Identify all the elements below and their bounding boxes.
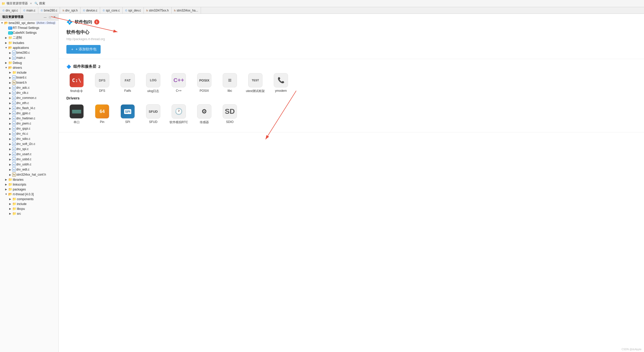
- tree-label-30: stm32l4xx_hal_conf.h: [16, 173, 46, 176]
- grid-item-finsh--[interactable]: C:\finsh命令: [66, 73, 87, 93]
- drivers-title-text: Drivers: [66, 96, 80, 100]
- tab-stm32l475xx-h[interactable]: hstm32l475xx.h: [144, 7, 172, 14]
- project-explorer-btn[interactable]: 📁 项目资源管理器 ✕: [2, 1, 32, 6]
- grid-item-C--[interactable]: C++C++: [169, 73, 189, 93]
- tree-label-20: drv_pwm.c: [16, 122, 31, 125]
- tree-icon-15: c: [12, 96, 16, 100]
- tree-item-src[interactable]: ▶📁src: [0, 211, 58, 216]
- tree-item-stm32l4xx-hal-conf-h[interactable]: ▶hstm32l4xx_hal_conf.h: [0, 172, 58, 177]
- grid-item-SFUD[interactable]: SFUDSFUD: [143, 104, 163, 124]
- search-btn[interactable]: 🔍 搜索: [34, 1, 45, 6]
- grid-item-Fatfs[interactable]: FATFatfs: [117, 73, 138, 93]
- tab-main-c[interactable]: ©main.c: [21, 7, 38, 14]
- grid-item-utest----[interactable]: TESTutest测试框架: [245, 73, 266, 93]
- tree-icon-7: c: [12, 56, 16, 60]
- tree-item-drv-pwm-c[interactable]: ▶cdrv_pwm.c: [0, 121, 58, 126]
- tree-item-board-c[interactable]: ▶cboard.c: [0, 75, 58, 80]
- minimize-btn[interactable]: —: [43, 15, 47, 19]
- grid-item-ymodem[interactable]: 📞ymodem: [271, 73, 291, 93]
- tree-item-packages[interactable]: ▶📁packages: [0, 187, 58, 192]
- tree-item-drv-flash-l4-c[interactable]: ▶cdrv_flash_l4.c: [0, 106, 58, 111]
- tree-item-drv-qspi-c[interactable]: ▶cdrv_qspi.c: [0, 126, 58, 131]
- tree-icon-18: c: [12, 111, 16, 115]
- tree-item-libraries[interactable]: ▶📁libraries: [0, 177, 58, 182]
- tree-item-drv-rtc-c[interactable]: ▶cdrv_rtc.c: [0, 131, 58, 136]
- add-pkg-button[interactable]: ＋ + 添加软件包: [66, 45, 101, 54]
- tree-item----[interactable]: ▶📁二进制: [0, 35, 58, 40]
- tree-arrow-25: ▶: [8, 148, 12, 151]
- tree-item-Includes[interactable]: ▶📁Includes: [0, 40, 58, 45]
- tab-device-c[interactable]: ©device.c: [80, 7, 100, 14]
- tree-item-drv-sdio-c[interactable]: ▶cdrv_sdio.c: [0, 136, 58, 141]
- tree-arrow-38: ▶: [8, 212, 12, 215]
- tree-arrow-5: ▼: [4, 46, 8, 49]
- grid-item-----RTC[interactable]: 🕐软件模拟RTC: [169, 104, 189, 124]
- tree-item-include[interactable]: ▶📁include: [0, 70, 58, 75]
- tree-item-bme280-c[interactable]: ▶cbme280.c: [0, 50, 58, 55]
- tab-stm32l4xx-ha---[interactable]: hstm32l4xx_ha...: [172, 7, 201, 14]
- grid-item-SPI[interactable]: SPISPI: [117, 104, 138, 124]
- tab-drv-spi-c[interactable]: ©drv_spi.c: [0, 7, 21, 14]
- tree-item-drv-usbd-c[interactable]: ▶cdrv_usbd.c: [0, 157, 58, 162]
- tree-item-drv-gpio-c[interactable]: ▶cdrv_gpio.c: [0, 111, 58, 116]
- components-title-text: 组件和服务层: [73, 64, 96, 69]
- tree-item-linkscripts[interactable]: ▶📁linkscripts: [0, 182, 58, 187]
- tree-label-35: components: [17, 197, 33, 201]
- grid-item----[interactable]: ⚙传感器: [194, 104, 214, 124]
- tree-item-drv-usbh-c[interactable]: ▶cdrv_usbh.c: [0, 162, 58, 167]
- tree-icon-10: 📁: [12, 71, 16, 74]
- tree-label-27: drv_usbd.c: [16, 157, 31, 161]
- grid-item---[interactable]: 串口: [66, 104, 87, 124]
- tree-item-drivers[interactable]: ▼📂drivers: [0, 65, 58, 70]
- tree-item-libcpu[interactable]: ▶📁libcpu: [0, 206, 58, 211]
- tree-item-drv-common-c[interactable]: ▶cdrv_common.c: [0, 95, 58, 100]
- tab-bme280-c[interactable]: ©bme280.c: [38, 7, 60, 14]
- grid-item-libc[interactable]: ≡libc: [220, 73, 240, 93]
- tree-item-drv-soft-i2c-c[interactable]: ▶cdrv_soft_i2c.c: [0, 141, 58, 146]
- tree-item-applications[interactable]: ▼📂applications: [0, 45, 58, 50]
- tree-arrow-34: ▼: [4, 193, 8, 196]
- tree-item-drv-wdt-c[interactable]: ▶cdrv_wdt.c: [0, 167, 58, 172]
- tree-icon-6: c: [12, 51, 16, 55]
- tree-item-drv-clk-c[interactable]: ▶cdrv_clk.c: [0, 90, 58, 95]
- tree-item-drv-spi-c[interactable]: ▶cdrv_spi.c: [0, 146, 58, 152]
- tree-label-5: applications: [13, 46, 29, 50]
- tab-spi-core-c[interactable]: ©spi_core.c: [100, 7, 123, 14]
- tree-item-drv-eth-c[interactable]: ▶cdrv_eth.c: [0, 100, 58, 106]
- sidebar-close-btn[interactable]: ✕: [53, 15, 56, 19]
- icon-box-6: ≡: [223, 73, 237, 87]
- close-icon[interactable]: ✕: [30, 2, 32, 5]
- grid-item-Pin[interactable]: 64Pin: [92, 104, 112, 124]
- tree-item-bme280-spi-demo[interactable]: ▼📂bme280_spi_demo[Active - Debug]: [0, 20, 58, 25]
- tree-item-drv-usart-c[interactable]: ▶cdrv_usart.c: [0, 152, 58, 157]
- tree-item-RT-Thread-Settings[interactable]: RTRT-Thread Settings: [0, 25, 58, 30]
- tree-icon-2: MX: [8, 31, 12, 35]
- tree-item-Debug[interactable]: ▶📁Debug: [0, 60, 58, 65]
- tree-item-board-h[interactable]: ▶hboard.h: [0, 80, 58, 85]
- tab-icon-1: ©: [23, 9, 25, 12]
- tree-item-drv-adc-c[interactable]: ▶cdrv_adc.c: [0, 85, 58, 90]
- tree-label-8: Debug: [13, 61, 22, 65]
- tree-icon-24: c: [12, 142, 16, 146]
- tree-label-9: drivers: [13, 66, 22, 70]
- grid-item-SDIO[interactable]: SDSDIO: [220, 104, 240, 124]
- tree-item-include[interactable]: ▶📁include: [0, 201, 58, 206]
- tree-label-14: drv_clk.c: [16, 91, 28, 95]
- tab-label-3: drv_spi.h: [65, 9, 78, 12]
- tab-spi-dev-c[interactable]: ©spi_dev.c: [123, 7, 144, 14]
- tree-item-drv-hwtimer-c[interactable]: ▶cdrv_hwtimer.c: [0, 116, 58, 121]
- tree-item-main-c[interactable]: ▶cmain.c: [0, 55, 58, 60]
- maximize-btn[interactable]: □: [48, 15, 52, 19]
- tree-label-11: board.c: [16, 76, 27, 79]
- tree-item-CubeMX-Settings[interactable]: MXCubeMX Settings: [0, 30, 58, 35]
- grid-item-ulog--[interactable]: LOGulog日志: [143, 73, 163, 93]
- grid-item-DFS[interactable]: DFSDFS: [92, 73, 112, 93]
- tab-drv-spi-h[interactable]: hdrv_spi.h: [60, 7, 80, 14]
- tree-arrow-28: ▶: [8, 163, 12, 166]
- tree-label-17: drv_flash_l4.c: [16, 106, 35, 110]
- grid-item-label-4: 软件模拟RTC: [170, 120, 188, 124]
- tree-icon-34: 📂: [8, 192, 12, 196]
- tree-item-components[interactable]: ▶📁components: [0, 197, 58, 201]
- grid-item-POSIX[interactable]: POSIXPOSIX: [194, 73, 214, 93]
- tree-item-rt-thread--4-0-3-[interactable]: ▼📂rt-thread [4.0.3]: [0, 192, 58, 197]
